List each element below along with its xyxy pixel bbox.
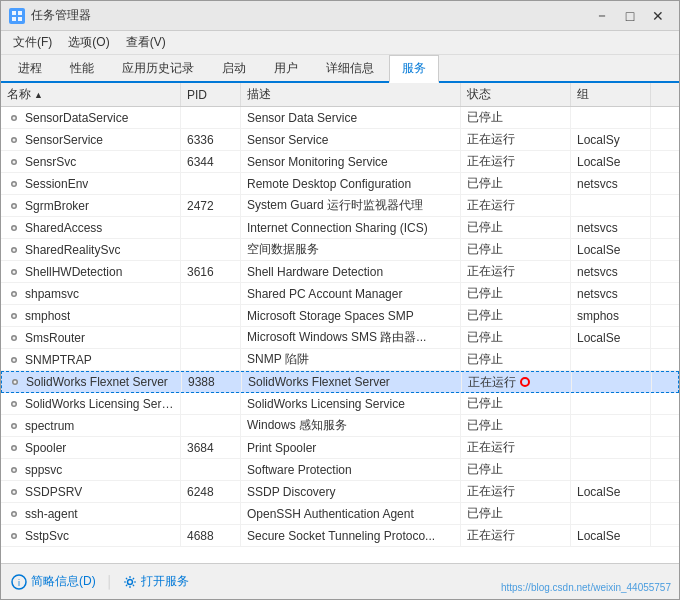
cell-group: LocalSe — [571, 481, 651, 502]
cell-desc: OpenSSH Authentication Agent — [241, 503, 461, 524]
table-row[interactable]: shpamsvcShared PC Account Manager已停止nets… — [1, 283, 679, 305]
cell-status: 已停止 — [461, 107, 571, 128]
cell-status: 正在运行 — [462, 372, 572, 392]
tab-startup[interactable]: 启动 — [209, 55, 259, 81]
service-name: SNMPTRAP — [25, 353, 92, 367]
service-name: SSDPSRV — [25, 485, 82, 499]
cell-status: 已停止 — [461, 415, 571, 436]
cell-pid — [181, 393, 241, 414]
service-name: SensorService — [25, 133, 103, 147]
maximize-button[interactable]: □ — [617, 6, 643, 26]
table-row[interactable]: SmsRouterMicrosoft Windows SMS 路由器...已停止… — [1, 327, 679, 349]
table-row[interactable]: SSDPSRV6248SSDP Discovery正在运行LocalSe — [1, 481, 679, 503]
cell-desc: Shared PC Account Manager — [241, 283, 461, 304]
service-name: SstpSvc — [25, 529, 69, 543]
services-table[interactable]: SensorDataServiceSensor Data Service已停止S… — [1, 107, 679, 563]
table-row[interactable]: SstpSvc4688Secure Socket Tunneling Proto… — [1, 525, 679, 547]
col-pid[interactable]: PID — [181, 83, 241, 106]
cell-group — [571, 107, 651, 128]
window-controls: － □ ✕ — [589, 6, 671, 26]
table-row[interactable]: Spooler3684Print Spooler正在运行 — [1, 437, 679, 459]
menu-file[interactable]: 文件(F) — [5, 32, 60, 53]
table-row[interactable]: SolidWorks Licensing ServiceSolidWorks L… — [1, 393, 679, 415]
service-name: SolidWorks Flexnet Server — [26, 375, 168, 389]
service-icon — [7, 529, 21, 543]
table-row[interactable]: SensorService6336Sensor Service正在运行Local… — [1, 129, 679, 151]
cell-pid — [181, 459, 241, 480]
tab-services[interactable]: 服务 — [389, 55, 439, 83]
tab-process[interactable]: 进程 — [5, 55, 55, 81]
cell-status: 已停止 — [461, 283, 571, 304]
service-icon — [7, 419, 21, 433]
service-icon — [7, 397, 21, 411]
service-icon — [7, 353, 21, 367]
cell-name: SolidWorks Licensing Service — [1, 393, 181, 414]
table-row[interactable]: SensrSvc6344Sensor Monitoring Service正在运… — [1, 151, 679, 173]
table-row[interactable]: spectrumWindows 感知服务已停止 — [1, 415, 679, 437]
open-services-label: 打开服务 — [141, 573, 189, 590]
cell-group — [571, 459, 651, 480]
cell-desc: Windows 感知服务 — [241, 415, 461, 436]
annotation-circle — [520, 377, 530, 387]
cell-name: ShellHWDetection — [1, 261, 181, 282]
service-icon — [7, 199, 21, 213]
tab-details[interactable]: 详细信息 — [313, 55, 387, 81]
cell-group: netsvcs — [571, 217, 651, 238]
cell-status: 正在运行 — [461, 525, 571, 546]
cell-pid: 6344 — [181, 151, 241, 172]
sort-arrow-name: ▲ — [34, 90, 43, 100]
svg-point-15 — [13, 226, 16, 229]
tab-users[interactable]: 用户 — [261, 55, 311, 81]
cell-group — [571, 437, 651, 458]
cell-status: 正在运行 — [461, 195, 571, 216]
table-row[interactable]: SharedRealitySvc空间数据服务已停止LocalSe — [1, 239, 679, 261]
svg-point-35 — [13, 446, 16, 449]
service-name: shpamsvc — [25, 287, 79, 301]
table-row[interactable]: smphostMicrosoft Storage Spaces SMP已停止sm… — [1, 305, 679, 327]
cell-name: SNMPTRAP — [1, 349, 181, 370]
table-row[interactable]: ssh-agentOpenSSH Authentication Agent已停止 — [1, 503, 679, 525]
service-icon — [7, 221, 21, 235]
cell-group — [571, 349, 651, 370]
table-row[interactable]: SolidWorks Flexnet Server9388SolidWorks … — [1, 371, 679, 393]
cell-status: 已停止 — [461, 305, 571, 326]
menu-options[interactable]: 选项(O) — [60, 32, 117, 53]
cell-status: 已停止 — [461, 349, 571, 370]
tab-app-history[interactable]: 应用历史记录 — [109, 55, 207, 81]
minimize-button[interactable]: － — [589, 6, 615, 26]
cell-pid — [181, 327, 241, 348]
service-name: smphost — [25, 309, 70, 323]
cell-status: 正在运行 — [461, 151, 571, 172]
cell-pid — [181, 173, 241, 194]
cell-name: SolidWorks Flexnet Server — [2, 372, 182, 392]
cell-pid: 2472 — [181, 195, 241, 216]
table-row[interactable]: ShellHWDetection3616Shell Hardware Detec… — [1, 261, 679, 283]
table-row[interactable]: SharedAccessInternet Connection Sharing … — [1, 217, 679, 239]
cell-group: smphos — [571, 305, 651, 326]
svg-rect-2 — [12, 17, 16, 21]
col-status[interactable]: 状态 — [461, 83, 571, 106]
table-row[interactable]: SNMPTRAPSNMP 陷阱已停止 — [1, 349, 679, 371]
table-row[interactable]: SensorDataServiceSensor Data Service已停止 — [1, 107, 679, 129]
table-row[interactable]: SessionEnvRemote Desktop Configuration已停… — [1, 173, 679, 195]
table-row[interactable]: sppsvcSoftware Protection已停止 — [1, 459, 679, 481]
brief-info-link[interactable]: i 简略信息(D) — [11, 573, 96, 590]
cell-name: SensrSvc — [1, 151, 181, 172]
cell-desc: SNMP 陷阱 — [241, 349, 461, 370]
col-name[interactable]: 名称 ▲ — [1, 83, 181, 106]
menu-view[interactable]: 查看(V) — [118, 32, 174, 53]
table-row[interactable]: SgrmBroker2472System Guard 运行时监视器代理正在运行 — [1, 195, 679, 217]
cell-desc: Shell Hardware Detection — [241, 261, 461, 282]
cell-status: 已停止 — [461, 173, 571, 194]
svg-point-21 — [13, 292, 16, 295]
cell-status: 已停止 — [461, 393, 571, 414]
svg-point-43 — [13, 534, 16, 537]
close-button[interactable]: ✕ — [645, 6, 671, 26]
col-group[interactable]: 组 — [571, 83, 651, 106]
cell-pid — [181, 305, 241, 326]
service-icon — [7, 133, 21, 147]
tab-performance[interactable]: 性能 — [57, 55, 107, 81]
service-icon — [7, 441, 21, 455]
open-services-link[interactable]: 打开服务 — [123, 573, 189, 590]
col-desc[interactable]: 描述 — [241, 83, 461, 106]
